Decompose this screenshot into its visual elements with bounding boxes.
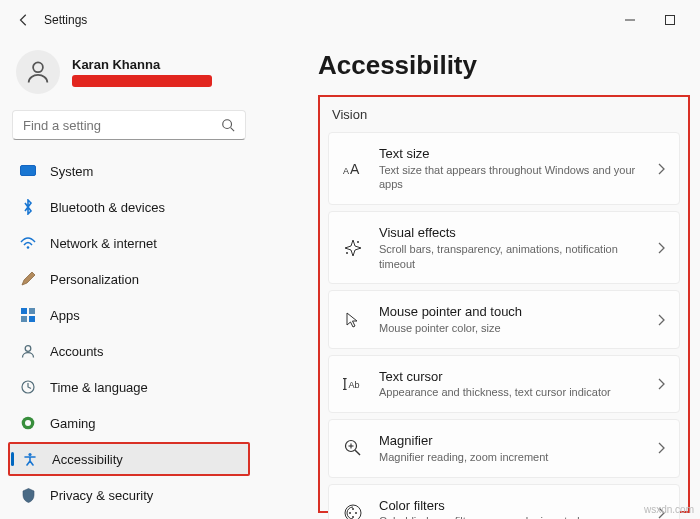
sidebar-item-gaming[interactable]: Gaming — [8, 406, 250, 440]
personalization-icon — [20, 271, 36, 287]
gaming-icon — [20, 416, 36, 430]
sidebar-item-time-language[interactable]: Time & language — [8, 370, 250, 404]
accounts-icon — [20, 344, 36, 358]
watermark: wsxdn.com — [644, 504, 694, 515]
search-box[interactable] — [12, 110, 246, 140]
bluetooth-icon — [20, 199, 36, 215]
svg-text:A: A — [343, 166, 349, 176]
sidebar-item-update[interactable]: Windows Update — [8, 514, 250, 519]
card-title: Mouse pointer and touch — [379, 303, 641, 321]
vision-section-highlight: Vision AA Text size Text size that appea… — [318, 95, 690, 513]
svg-point-18 — [357, 241, 359, 243]
svg-rect-8 — [29, 308, 35, 314]
card-color-filters[interactable]: Color filters Colorblindness filters, gr… — [328, 484, 680, 519]
card-sub: Scroll bars, transparency, animations, n… — [379, 242, 641, 272]
svg-line-25 — [355, 451, 360, 456]
sidebar-item-label: Time & language — [50, 380, 148, 395]
card-visual-effects[interactable]: Visual effects Scroll bars, transparency… — [328, 211, 680, 284]
card-text-cursor[interactable]: Ab Text cursor Appearance and thickness,… — [328, 355, 680, 413]
privacy-icon — [20, 488, 36, 503]
main-content: Accessibility Vision AA Text size Text s… — [258, 40, 700, 519]
search-input[interactable] — [23, 118, 221, 133]
text-cursor-icon: Ab — [343, 377, 363, 391]
svg-point-2 — [33, 62, 43, 72]
sidebar: Karan Khanna System Bluetooth & devices … — [0, 40, 258, 519]
sidebar-item-network[interactable]: Network & internet — [8, 226, 250, 260]
card-text-size[interactable]: AA Text size Text size that appears thro… — [328, 132, 680, 205]
card-sub: Text size that appears throughout Window… — [379, 163, 641, 193]
chevron-right-icon — [657, 314, 665, 326]
profile-email-redacted — [72, 75, 212, 87]
visual-effects-icon — [343, 239, 363, 257]
sidebar-item-privacy[interactable]: Privacy & security — [8, 478, 250, 512]
card-mouse-pointer[interactable]: Mouse pointer and touch Mouse pointer co… — [328, 290, 680, 348]
sidebar-item-bluetooth[interactable]: Bluetooth & devices — [8, 190, 250, 224]
card-title: Text cursor — [379, 368, 641, 386]
svg-point-30 — [355, 512, 357, 514]
network-icon — [20, 237, 36, 249]
svg-rect-10 — [29, 316, 35, 322]
svg-rect-9 — [21, 316, 27, 322]
svg-text:A: A — [350, 161, 360, 177]
svg-point-6 — [27, 246, 30, 249]
back-button[interactable] — [10, 13, 38, 27]
time-language-icon — [20, 380, 36, 394]
sidebar-item-label: Bluetooth & devices — [50, 200, 165, 215]
maximize-button[interactable] — [650, 5, 690, 35]
chevron-right-icon — [657, 163, 665, 175]
avatar — [16, 50, 60, 94]
search-icon — [221, 118, 235, 132]
card-magnifier[interactable]: Magnifier Magnifier reading, zoom increm… — [328, 419, 680, 477]
svg-rect-7 — [21, 308, 27, 314]
card-sub: Magnifier reading, zoom increment — [379, 450, 641, 465]
sidebar-item-system[interactable]: System — [8, 154, 250, 188]
card-sub: Appearance and thickness, text cursor in… — [379, 385, 641, 400]
minimize-button[interactable] — [610, 5, 650, 35]
magnifier-icon — [343, 439, 363, 457]
sidebar-item-accounts[interactable]: Accounts — [8, 334, 250, 368]
titlebar: Settings — [0, 0, 700, 40]
chevron-right-icon — [657, 378, 665, 390]
window-title: Settings — [38, 13, 87, 27]
svg-rect-5 — [21, 166, 36, 176]
svg-point-14 — [25, 420, 31, 426]
accessibility-icon — [22, 452, 38, 466]
profile-block[interactable]: Karan Khanna — [8, 40, 250, 110]
sidebar-item-label: Gaming — [50, 416, 96, 431]
chevron-right-icon — [657, 442, 665, 454]
sidebar-item-label: Personalization — [50, 272, 139, 287]
card-title: Color filters — [379, 497, 641, 515]
card-sub: Mouse pointer color, size — [379, 321, 641, 336]
svg-point-3 — [223, 120, 232, 129]
section-label: Vision — [328, 103, 680, 132]
sidebar-item-label: System — [50, 164, 93, 179]
page-title: Accessibility — [318, 50, 690, 81]
card-title: Text size — [379, 145, 641, 163]
sidebar-item-label: Accounts — [50, 344, 103, 359]
sidebar-item-accessibility[interactable]: Accessibility — [8, 442, 250, 476]
profile-name: Karan Khanna — [72, 57, 212, 74]
svg-text:Ab: Ab — [348, 380, 359, 390]
sidebar-item-apps[interactable]: Apps — [8, 298, 250, 332]
text-size-icon: AA — [343, 161, 363, 177]
sidebar-item-label: Privacy & security — [50, 488, 153, 503]
card-title: Magnifier — [379, 432, 641, 450]
svg-point-11 — [25, 346, 31, 352]
system-icon — [20, 165, 36, 177]
apps-icon — [20, 308, 36, 322]
chevron-right-icon — [657, 242, 665, 254]
svg-point-28 — [349, 512, 351, 514]
svg-point-29 — [352, 508, 354, 510]
nav-list: System Bluetooth & devices Network & int… — [8, 154, 250, 519]
card-title: Visual effects — [379, 224, 641, 242]
card-sub: Colorblindness filters, grayscale, inver… — [379, 514, 641, 519]
mouse-pointer-icon — [343, 311, 363, 329]
svg-line-4 — [231, 128, 235, 132]
color-filters-icon — [343, 504, 363, 519]
sidebar-item-personalization[interactable]: Personalization — [8, 262, 250, 296]
sidebar-item-label: Accessibility — [52, 452, 123, 467]
svg-point-15 — [28, 453, 31, 456]
svg-point-31 — [352, 516, 354, 518]
sidebar-item-label: Apps — [50, 308, 80, 323]
sidebar-item-label: Network & internet — [50, 236, 157, 251]
